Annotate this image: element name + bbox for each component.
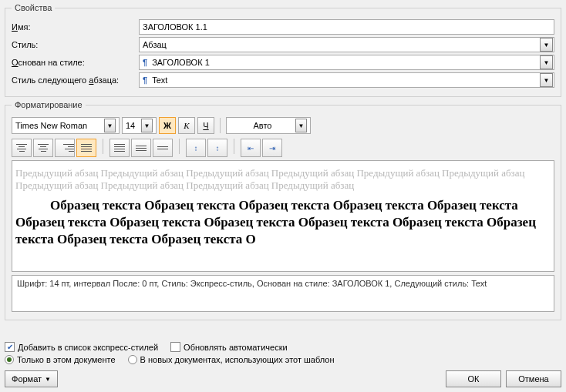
- style-description: Шрифт: 14 пт, интервал После: 0 пт, Стил…: [12, 275, 554, 312]
- radio-unchecked-icon: [128, 355, 137, 364]
- preview-sample-text: Образец текста Образец текста Образец те…: [15, 197, 551, 248]
- checkbox-checked-icon: ✔: [5, 342, 15, 352]
- radio-checked-icon: [5, 355, 14, 364]
- format-button[interactable]: Формат ▼: [5, 370, 58, 387]
- name-input[interactable]: [139, 19, 554, 35]
- chevron-down-icon[interactable]: ▼: [141, 119, 153, 132]
- font-combo[interactable]: Times New Roman ▼: [12, 117, 120, 134]
- next-style-combo[interactable]: ¶ Text ▼: [139, 72, 554, 88]
- chevron-down-icon[interactable]: ▼: [104, 119, 116, 132]
- paragraph-toolbar: ↕ ↕ ⇤ ⇥: [12, 139, 554, 157]
- italic-button[interactable]: К: [178, 117, 195, 134]
- paragraph-icon: ¶: [143, 58, 147, 67]
- chevron-down-icon: ▼: [45, 376, 51, 383]
- align-left-button[interactable]: [12, 139, 32, 157]
- style-combo[interactable]: Абзац ▼: [139, 37, 554, 52]
- chevron-down-icon[interactable]: ▼: [540, 55, 553, 69]
- preview-area: Предыдущий абзац Предыдущий абзац Предыд…: [12, 160, 554, 272]
- font-color-combo[interactable]: Авто ▼: [226, 117, 311, 134]
- bottom-panel: ✔ Добавить в список экспресс-стилей Обно…: [5, 339, 561, 387]
- preview-previous-paragraph: Предыдущий абзац Предыдущий абзац Предыд…: [15, 167, 551, 193]
- format-label: Формат: [12, 374, 42, 384]
- increase-space-before-button[interactable]: ↕: [186, 139, 206, 157]
- font-value: Times New Roman: [15, 121, 104, 130]
- separator: [234, 139, 234, 154]
- separator: [179, 139, 180, 154]
- formatting-group: Форматирование Times New Roman ▼ 14 ▼ Ж …: [5, 100, 561, 320]
- auto-update-label: Обновлять автоматически: [184, 343, 288, 352]
- separator: [103, 139, 103, 154]
- in-template-label: В новых документах, использующих этот ша…: [140, 355, 335, 364]
- separator: [220, 118, 221, 133]
- chevron-down-icon[interactable]: ▼: [540, 73, 553, 87]
- line-spacing-2-button[interactable]: [153, 139, 173, 157]
- properties-group: Свойства Имя: Стиль: Абзац ▼ Основан на …: [5, 3, 561, 97]
- size-combo[interactable]: 14 ▼: [122, 117, 157, 134]
- decrease-space-before-button[interactable]: ↕: [207, 139, 227, 157]
- size-value: 14: [126, 121, 141, 130]
- add-quick-label: Добавить в список экспресс-стилей: [18, 343, 158, 352]
- increase-indent-button[interactable]: ⇥: [262, 139, 282, 157]
- underline-button[interactable]: Ч: [197, 117, 214, 134]
- based-on-label: Основан на стиле:: [12, 58, 139, 67]
- line-spacing-1-button[interactable]: [109, 139, 130, 157]
- align-center-button[interactable]: [33, 139, 53, 157]
- style-label: Стиль:: [12, 40, 139, 49]
- align-right-button[interactable]: [55, 139, 75, 157]
- cancel-button[interactable]: Отмена: [506, 370, 561, 387]
- bold-button[interactable]: Ж: [159, 117, 176, 134]
- based-on-combo[interactable]: ¶ ЗАГОЛОВОК 1 ▼: [139, 55, 554, 70]
- add-to-quick-styles-checkbox[interactable]: ✔ Добавить в список экспресс-стилей: [5, 342, 158, 352]
- only-this-document-radio[interactable]: Только в этом документе: [5, 355, 116, 364]
- properties-legend: Свойства: [12, 3, 55, 12]
- line-spacing-15-button[interactable]: [131, 139, 151, 157]
- checkbox-unchecked-icon: [170, 342, 180, 352]
- ok-button[interactable]: ОК: [446, 370, 501, 387]
- name-label: Имя:: [12, 22, 139, 32]
- chevron-down-icon[interactable]: ▼: [540, 38, 553, 52]
- this-doc-label: Только в этом документе: [17, 355, 116, 364]
- next-style-value: Text: [152, 75, 540, 85]
- color-value: Авто: [230, 121, 295, 130]
- font-toolbar: Times New Roman ▼ 14 ▼ Ж К Ч Авто ▼: [12, 117, 554, 134]
- paragraph-icon: ¶: [143, 75, 147, 85]
- based-on-value: ЗАГОЛОВОК 1: [152, 58, 540, 67]
- formatting-legend: Форматирование: [12, 100, 86, 109]
- style-value: Абзац: [143, 40, 540, 49]
- chevron-down-icon[interactable]: ▼: [295, 119, 307, 132]
- auto-update-checkbox[interactable]: Обновлять автоматически: [170, 342, 288, 352]
- align-justify-button[interactable]: [76, 139, 96, 157]
- in-template-radio[interactable]: В новых документах, использующих этот ша…: [128, 355, 335, 364]
- decrease-indent-button[interactable]: ⇤: [241, 139, 261, 157]
- next-style-label: Стиль следующего абзаца:: [12, 75, 139, 85]
